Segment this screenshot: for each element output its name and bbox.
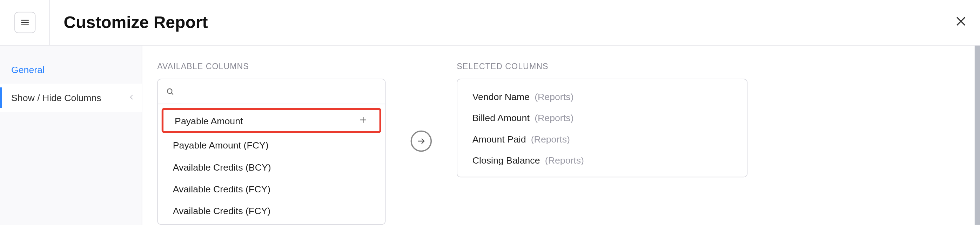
chevron-left-icon: [128, 92, 135, 103]
transfer-right-button[interactable]: [411, 131, 432, 152]
menu-icon: [19, 17, 30, 28]
menu-button[interactable]: [14, 12, 35, 33]
sidebar-item-general[interactable]: General: [0, 56, 142, 83]
available-item[interactable]: Payable Amount (FCY): [158, 134, 385, 156]
available-item-label: Payable Amount: [175, 115, 243, 126]
columns-area: AVAILABLE COLUMNS Payable Amount: [142, 46, 980, 225]
plus-icon: [358, 115, 368, 124]
available-item[interactable]: Available Credits (BCY): [158, 156, 385, 178]
search-input[interactable]: [182, 79, 385, 104]
available-item-label: Available Credits (FCY): [173, 205, 270, 216]
available-list: Payable Amount Payable Amount (FCY) Avai…: [158, 104, 385, 224]
selected-item-source: (Reports): [535, 91, 573, 101]
selected-item-label: Vendor Name: [473, 91, 530, 101]
selected-columns-block: SELECTED COLUMNS Vendor Name (Reports) B…: [457, 62, 748, 177]
selected-columns-box: Vendor Name (Reports) Billed Amount (Rep…: [457, 79, 748, 177]
page-title: Customize Report: [64, 13, 208, 32]
menu-button-container: [0, 0, 50, 45]
available-columns-heading: AVAILABLE COLUMNS: [157, 62, 385, 71]
scrollbar-track[interactable]: [975, 46, 980, 225]
body: General Show / Hide Columns AVAILABLE CO…: [0, 46, 980, 225]
selected-item-label: Amount Paid: [473, 133, 526, 144]
selected-columns-heading: SELECTED COLUMNS: [457, 62, 748, 71]
svg-point-5: [167, 89, 172, 93]
selected-item-label: Closing Balance: [473, 155, 540, 165]
header-bar: Customize Report: [0, 0, 980, 46]
close-button[interactable]: [954, 14, 968, 30]
selected-item-source: (Reports): [535, 112, 573, 123]
sidebar-item-label: Show / Hide Columns: [11, 92, 101, 103]
arrow-right-icon: [416, 136, 426, 146]
search-row: [158, 79, 385, 104]
available-item[interactable]: Available Credits (FCY): [158, 200, 385, 222]
close-icon: [954, 14, 968, 28]
available-item-label: Available Credits (BCY): [173, 162, 271, 172]
sidebar-item-label: General: [11, 64, 45, 75]
add-column-button[interactable]: [358, 115, 368, 126]
sidebar-item-show-hide-columns[interactable]: Show / Hide Columns: [0, 83, 142, 112]
available-item[interactable]: Available Credits (FCY): [158, 178, 385, 200]
selected-item-source: (Reports): [531, 133, 570, 144]
available-columns-box: Payable Amount Payable Amount (FCY) Avai…: [157, 79, 385, 225]
available-item-label: Payable Amount (FCY): [173, 140, 269, 150]
selected-item[interactable]: Amount Paid (Reports): [457, 128, 747, 149]
selected-item[interactable]: Vendor Name (Reports): [457, 86, 747, 107]
search-icon: [165, 87, 175, 96]
search-icon-wrap: [158, 87, 182, 96]
selected-item[interactable]: Billed Amount (Reports): [457, 107, 747, 128]
selected-item[interactable]: Closing Balance (Reports): [457, 149, 747, 170]
svg-line-6: [171, 93, 173, 95]
sidebar: General Show / Hide Columns: [0, 46, 142, 225]
available-item-payable-amount[interactable]: Payable Amount: [162, 108, 381, 133]
selected-item-source: (Reports): [545, 155, 584, 165]
selected-item-label: Billed Amount: [473, 112, 530, 123]
available-item-label: Available Credits (FCY): [173, 184, 270, 194]
available-columns-block: AVAILABLE COLUMNS Payable Amount: [157, 62, 385, 225]
